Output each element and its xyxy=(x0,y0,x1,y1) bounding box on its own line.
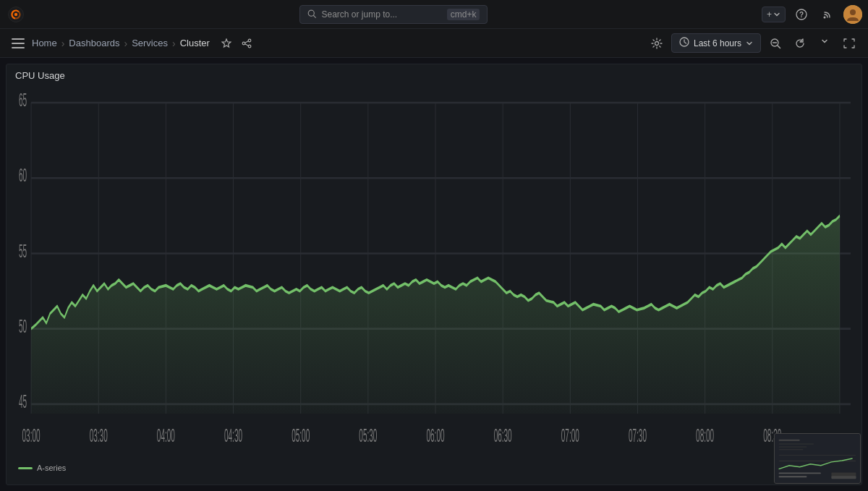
svg-text:07:00: 07:00 xyxy=(561,424,579,445)
cpu-chart: 65 60 55 50 45 03:00 03:30 04:00 04:30 0… xyxy=(14,84,854,461)
breadcrumb-services[interactable]: Services xyxy=(132,38,168,48)
svg-text:07:30: 07:30 xyxy=(629,424,647,445)
topbar-right: + ? xyxy=(762,4,862,25)
svg-text:04:00: 04:00 xyxy=(157,424,175,445)
svg-text:06:30: 06:30 xyxy=(494,424,512,445)
svg-point-12 xyxy=(242,42,245,45)
cpu-usage-panel: CPU Usage 65 60 55 50 45 03:00 03:30 04:… xyxy=(6,64,862,485)
svg-rect-60 xyxy=(779,449,804,450)
svg-text:65: 65 xyxy=(19,90,27,111)
clock-icon xyxy=(679,37,689,49)
svg-text:50: 50 xyxy=(19,315,27,336)
svg-text:05:00: 05:00 xyxy=(292,424,310,445)
refresh-button[interactable] xyxy=(790,33,810,54)
search-placeholder: Search or jump to... xyxy=(321,9,397,20)
svg-rect-63 xyxy=(779,472,821,474)
svg-text:06:00: 06:00 xyxy=(426,424,444,445)
svg-rect-62 xyxy=(779,461,856,461)
chevron-down-icon xyxy=(773,11,780,18)
svg-text:03:00: 03:00 xyxy=(22,424,41,445)
breadcrumb-right: Last 6 hours xyxy=(647,33,859,54)
svg-rect-8 xyxy=(12,38,25,40)
svg-rect-10 xyxy=(12,47,25,48)
svg-rect-57 xyxy=(779,440,800,441)
svg-line-15 xyxy=(245,43,249,45)
settings-button[interactable] xyxy=(647,33,667,54)
breadcrumb-dashboards[interactable]: Dashboards xyxy=(69,38,119,48)
svg-rect-9 xyxy=(12,43,25,44)
svg-text:04:30: 04:30 xyxy=(224,424,242,445)
svg-rect-64 xyxy=(779,476,807,477)
zoom-out-button[interactable] xyxy=(765,33,786,54)
kiosk-button[interactable] xyxy=(839,33,859,54)
breadcrumb-sep-2: › xyxy=(124,38,127,49)
svg-text:03:30: 03:30 xyxy=(90,424,108,445)
rss-button[interactable] xyxy=(817,4,838,25)
svg-rect-59 xyxy=(779,446,807,447)
time-chevron-icon xyxy=(746,40,753,47)
topbar-left xyxy=(6,4,26,25)
help-button[interactable]: ? xyxy=(791,4,812,25)
breadcrumb-sep-1: › xyxy=(61,38,65,49)
menu-button[interactable] xyxy=(9,34,27,53)
thumbnail-chart xyxy=(775,434,860,483)
svg-point-5 xyxy=(823,16,825,18)
breadcrumb-actions xyxy=(218,35,255,51)
share-button[interactable] xyxy=(239,35,255,51)
svg-point-1 xyxy=(14,12,17,15)
time-picker[interactable]: Last 6 hours xyxy=(671,33,761,53)
svg-rect-66 xyxy=(831,476,856,479)
svg-text:55: 55 xyxy=(19,240,27,261)
svg-rect-61 xyxy=(779,455,856,456)
svg-point-13 xyxy=(248,45,251,48)
panel-title: CPU Usage xyxy=(7,64,861,84)
svg-text:45: 45 xyxy=(19,390,27,411)
grafana-logo[interactable] xyxy=(6,4,26,25)
breadcrumb-sep-3: › xyxy=(172,38,176,49)
svg-text:08:00: 08:00 xyxy=(696,424,714,445)
time-range-label: Last 6 hours xyxy=(694,38,741,48)
chart-legend: A-series xyxy=(7,461,861,477)
dashboard-thumbnail xyxy=(774,433,861,484)
breadcrumb-home[interactable]: Home xyxy=(32,38,57,48)
svg-text:05:30: 05:30 xyxy=(359,424,377,445)
svg-point-16 xyxy=(655,41,658,45)
auto-refresh-button[interactable] xyxy=(814,33,835,54)
search-bar[interactable]: Search or jump to... cmd+k xyxy=(299,5,488,24)
svg-point-7 xyxy=(850,9,856,15)
topbar: Search or jump to... cmd+k + ? xyxy=(0,0,868,29)
breadcrumb-cluster: Cluster xyxy=(180,38,210,48)
svg-line-14 xyxy=(245,40,249,42)
svg-rect-58 xyxy=(779,444,814,445)
star-button[interactable] xyxy=(218,35,234,51)
search-icon xyxy=(307,9,317,19)
svg-text:60: 60 xyxy=(19,165,27,186)
chart-container: 65 60 55 50 45 03:00 03:30 04:00 04:30 0… xyxy=(7,84,861,461)
legend-label-a-series: A-series xyxy=(37,464,66,472)
legend-color-a-series xyxy=(18,467,33,469)
plus-icon: + xyxy=(767,9,772,20)
avatar[interactable] xyxy=(843,5,862,24)
search-shortcut: cmd+k xyxy=(447,9,480,20)
add-button[interactable]: + xyxy=(762,7,786,22)
svg-text:?: ? xyxy=(799,11,804,19)
svg-point-11 xyxy=(248,39,251,42)
breadcrumb-bar: Home › Dashboards › Services › Cluster xyxy=(0,29,868,58)
